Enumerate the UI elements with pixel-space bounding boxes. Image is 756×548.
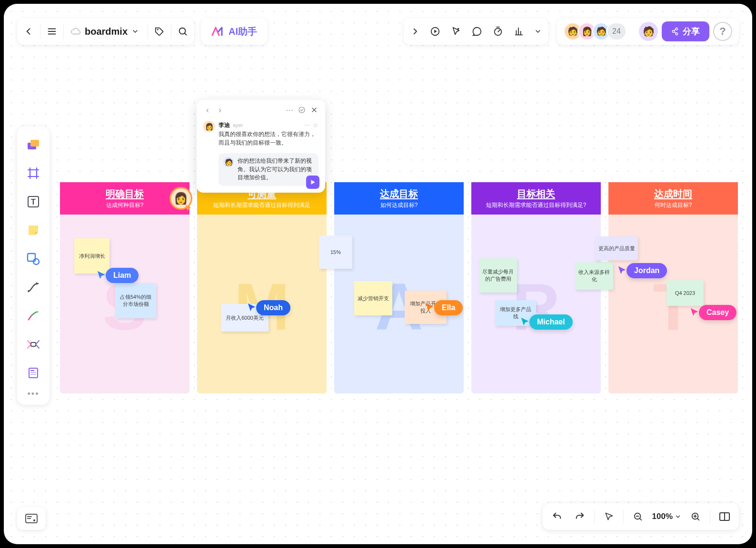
comment-prev[interactable]: ‹ bbox=[202, 105, 213, 115]
emoji-icon[interactable]: ☺ bbox=[313, 121, 318, 130]
comment-more[interactable]: ⋯ bbox=[284, 105, 295, 115]
column-subtitle: 短期和长期需求能否通过目标得到满足 bbox=[213, 201, 310, 209]
svg-point-0 bbox=[157, 29, 159, 30]
cursor-jordan: Jordan bbox=[617, 263, 667, 278]
sticky-note[interactable]: 占领54%的细分市场份额 bbox=[115, 283, 156, 318]
board-columns: 明确目标 达成何种目标? 👩 S 净利润增长 占领54%的细分市场份额 Liam… bbox=[60, 182, 738, 393]
send-button[interactable] bbox=[306, 176, 319, 189]
comment-next[interactable]: › bbox=[215, 105, 225, 115]
sticky-note[interactable]: 减少营销开支 bbox=[354, 281, 392, 315]
pen-tool[interactable] bbox=[22, 303, 45, 328]
chart-button[interactable] bbox=[508, 18, 529, 45]
timer-button[interactable] bbox=[487, 18, 508, 45]
comment-avatar: 👩 bbox=[203, 121, 215, 132]
column-title: 目标相关 bbox=[517, 187, 555, 200]
zoom-out-button[interactable] bbox=[627, 506, 648, 527]
left-toolbox: T ••• bbox=[17, 127, 50, 405]
me-avatar[interactable]: 🧑 bbox=[639, 22, 658, 41]
bottom-toolbar: 100% bbox=[543, 503, 739, 530]
collaborator-avatars[interactable]: 🧑 👩 🧑 24 bbox=[564, 22, 627, 40]
sticky-note-tool[interactable] bbox=[22, 218, 45, 243]
connector-tool[interactable] bbox=[22, 275, 45, 300]
select-mode-button[interactable] bbox=[598, 506, 619, 527]
column-time[interactable]: 达成时间 何时达成目标? T 收入来源多样化 更高的产品质量 Q4 2023 J… bbox=[608, 182, 738, 393]
svg-point-19 bbox=[33, 519, 35, 521]
top-bar: boardmix AI助手 bbox=[17, 18, 739, 45]
chevron-down-icon[interactable] bbox=[131, 28, 139, 35]
layers-button[interactable] bbox=[17, 507, 46, 530]
zoom-in-button[interactable] bbox=[685, 506, 706, 527]
comment-panel[interactable]: ‹ › ⋯ 👩 李迪ayer ⋯ ☺ 我真的很喜欢你的想法，它很有潜力，而且与 bbox=[197, 100, 325, 193]
ai-assistant-button[interactable]: AI助手 bbox=[201, 25, 268, 38]
svg-text:T: T bbox=[31, 198, 36, 206]
expand-right-icon[interactable] bbox=[406, 18, 425, 45]
zoom-level[interactable]: 100% bbox=[650, 512, 683, 521]
comment-entry-more[interactable]: ⋯ bbox=[304, 121, 310, 130]
sticky-note[interactable]: Q4 2023 bbox=[666, 280, 704, 306]
sticky-note[interactable]: 尽量减少每月的广告费用 bbox=[479, 258, 517, 293]
more-tools-button[interactable] bbox=[529, 18, 547, 45]
cursor-ella: Ella bbox=[425, 300, 463, 315]
frame-tool[interactable] bbox=[22, 161, 45, 186]
cursor-pill: Michael bbox=[529, 314, 573, 330]
ai-logo-icon bbox=[211, 27, 225, 36]
cursor-noah: Noah bbox=[247, 300, 290, 315]
cursor-pill: Casey bbox=[699, 305, 736, 320]
sticky-note[interactable]: 收入来源多样化 bbox=[575, 262, 613, 290]
column-header: 明确目标 达成何种目标? 👩 bbox=[60, 182, 189, 215]
mindmap-tool[interactable] bbox=[22, 332, 45, 357]
document-title[interactable]: boardmix bbox=[64, 26, 148, 37]
svg-rect-12 bbox=[31, 342, 36, 346]
ai-label: AI助手 bbox=[229, 25, 257, 38]
avatar-count[interactable]: 24 bbox=[607, 22, 627, 40]
tag-button[interactable] bbox=[148, 18, 171, 45]
cursor-pill: Ella bbox=[434, 300, 463, 315]
column-subtitle: 如何达成目标? bbox=[380, 201, 418, 209]
reply-avatar: 🧑 bbox=[223, 157, 234, 167]
column-title: 明确目标 bbox=[106, 187, 144, 200]
column-specific[interactable]: 明确目标 达成何种目标? 👩 S 净利润增长 占领54%的细分市场份额 Liam bbox=[60, 182, 189, 393]
share-button[interactable]: 分享 bbox=[662, 21, 709, 41]
cursor-pill: Jordan bbox=[627, 263, 667, 278]
document-title-text: boardmix bbox=[85, 26, 128, 37]
column-title: 达成目标 bbox=[380, 187, 418, 200]
redo-button[interactable] bbox=[569, 506, 590, 527]
share-label: 分享 bbox=[683, 26, 700, 37]
back-button[interactable] bbox=[17, 18, 40, 45]
comment-resolve[interactable] bbox=[297, 105, 307, 115]
column-achievable[interactable]: 达成目标 如何达成目标? A 15% 减少营销开支 增加产品开发投入 Ella bbox=[334, 182, 464, 393]
column-subtitle: 达成何种目标? bbox=[106, 201, 144, 209]
minimap-button[interactable] bbox=[714, 506, 735, 527]
column-header: 达成时间 何时达成目标? bbox=[608, 182, 738, 215]
column-header: 目标相关 短期和长期需求能否通过目标得到满足? bbox=[471, 182, 601, 215]
column-subtitle: 短期和长期需求能否通过目标得到满足? bbox=[486, 201, 587, 209]
more-tools[interactable]: ••• bbox=[24, 389, 43, 399]
search-button[interactable] bbox=[171, 18, 194, 45]
document-tool[interactable] bbox=[22, 361, 45, 385]
cloud-icon bbox=[70, 26, 81, 37]
cursor-pill: Noah bbox=[256, 300, 290, 315]
comment-reply-box[interactable]: 🧑 你的想法给我们带来了新的视角。我认为它可以为我们的项目增加价值。 bbox=[219, 153, 318, 186]
column-title: 达成时间 bbox=[654, 187, 692, 200]
sticky-note[interactable]: 15% bbox=[319, 235, 352, 269]
comment-tool-button[interactable] bbox=[467, 18, 487, 45]
svg-point-3 bbox=[458, 28, 459, 30]
cursor-liam: Liam bbox=[96, 268, 139, 283]
menu-button[interactable] bbox=[40, 18, 63, 45]
text-tool[interactable]: T bbox=[22, 189, 45, 214]
sticky-note[interactable]: 更高的产品质量 bbox=[595, 236, 638, 260]
comment-text: 我真的很喜欢你的想法，它很有潜力，而且与我们的目标很一致。 bbox=[219, 130, 318, 147]
pointer-tool-button[interactable] bbox=[446, 18, 467, 45]
help-button[interactable]: ? bbox=[713, 22, 732, 41]
column-owner-avatar[interactable]: 👩 bbox=[169, 187, 192, 210]
column-subtitle: 何时达成目标? bbox=[655, 201, 692, 209]
shape-tool[interactable] bbox=[22, 246, 45, 271]
cursor-casey: Casey bbox=[689, 305, 736, 320]
templates-tool[interactable] bbox=[22, 132, 45, 157]
comment-close[interactable] bbox=[309, 105, 319, 115]
undo-button[interactable] bbox=[547, 506, 567, 527]
column-measurable[interactable]: 可测量 短期和长期需求能否通过目标得到满足 M 月收入6000美元 Noah bbox=[197, 182, 327, 393]
play-button[interactable] bbox=[425, 18, 446, 45]
share-icon bbox=[671, 27, 680, 36]
reply-text: 你的想法给我们带来了新的视角。我认为它可以为我们的项目增加价值。 bbox=[238, 157, 314, 182]
